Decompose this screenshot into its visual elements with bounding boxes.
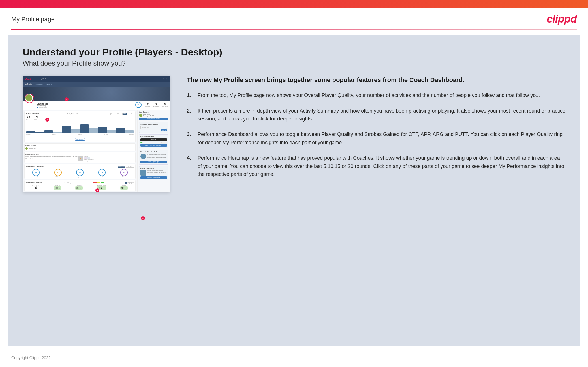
mockup-tab-profile[interactable]: My Profile [25,83,32,85]
mockup-trackman-section: Upload a Trackman Test Trackman Link Add… [139,122,168,133]
mockup-activities-stat: 131 Activities [145,103,150,107]
badge-4: 4 [141,216,145,220]
manage-coaches-btn[interactable]: Manage Your Coaches [139,118,168,120]
ring-putt: 96 Putting [120,169,128,178]
highlight-text: The new My Profile screen brings togethe… [187,76,565,85]
mockup-tab-connections[interactable]: Connections [35,83,43,85]
coach-info: Dan Davies Barnehgate Golf Club [143,114,155,117]
list-item-1: From the top, My Profile page now shows … [187,91,565,100]
mockup-tabs: My Profile Connections Settings [23,82,170,87]
ring-arg: 86 Around Green [98,169,106,178]
bar-1 [26,131,35,133]
bar-6 [71,129,80,133]
bar-9 [98,127,107,133]
badge-1: 1 [65,97,69,101]
heatmap-overall: Player Quality 92 [32,185,39,189]
mockup-nav-performance: My Performance [40,78,52,80]
coach-item: Dan Davies Barnehgate Golf Club [139,114,168,117]
badge-2: 2 [45,118,49,122]
main-content: Understand your Profile (Players - Deskt… [8,35,580,346]
feature-list: From the top, My Profile page now shows … [187,91,565,178]
mockup-banner [23,87,170,101]
perf-rings-row: 92 Overall 90 Off the Tee 85 [26,169,134,178]
ring-overall: 92 Overall [32,169,40,178]
heatmap-putt: Putting 96 ↑ ↓ [120,185,128,190]
mockup-perf-heatmap: Performance Heatmap 5 Round Change: 5 [24,180,136,191]
mockup-community-section: Clippd Community Visit the Clippd Commun… [139,166,168,180]
trackman-add-btn[interactable]: Add Link [161,129,167,131]
connected-indicator [140,142,142,143]
drill-image [140,154,146,159]
screenshot-column: clippd Home My Performance ⚙ ○ ⊕ My Prof… [23,76,170,192]
list-item-2: It then presents a more in-depth view of… [187,107,565,123]
on-course-stat: 24 On Course [26,116,31,120]
mockup-following-stat: 5 Following [162,103,168,107]
heatmap-rounds-toggle[interactable]: 5 10 15 20 [125,182,134,184]
mockup-course-stats: 24 On Course 3 Off Course [26,116,134,120]
launch-capture-btn[interactable]: Launch Capture App ↗ [140,161,167,163]
mockup-latest-activity: Latest Activity Blair McHarg [24,143,136,151]
bar-2 [35,132,44,133]
mockup-connect-section: Connect your data Arccos Arccos Disconne… [139,134,168,148]
bar-7 [80,124,89,133]
two-col-layout: clippd Home My Performance ⚙ ○ ⊕ My Prof… [23,76,565,192]
mockup-main-col: Activity Summary Monthly Activity - 6 Mo… [23,110,137,192]
badge-3: 3 [95,188,99,192]
page-title: My Profile page [11,16,55,23]
heatmap-data-row: Player Quality 92 Off the Tee 90 ↑ ↓ App… [26,185,134,190]
mockup-activity-header: Activity Summary Monthly Activity - 6 Mo… [26,113,134,115]
mockup-activity-section: Activity Summary Monthly Activity - 6 Mo… [24,111,136,142]
arccos-status-row: Arccos Disconnect [140,142,167,144]
list-item-4: Performance Heatmap is a new feature tha… [187,154,565,178]
header-divider [11,29,577,30]
mockup-stats-row: 92 131 Activities 3 Followers [135,102,168,108]
mockup-sidebar: Your Coaches Dan Davies Barnehgate Golf … [137,110,170,192]
bar-10 [107,130,116,133]
mockup-profile-row: Blair McHarg Plus Handicap 🏴󠁧󠁢󠁳󠁣󠁴󠁿 Unite… [23,101,170,110]
mockup-perf-dashboard: Performance Dashboard Player Quality Str… [24,164,136,179]
community-content: Visit the Clippd Community and discover … [140,170,167,176]
perf-dashboard-header: Performance Dashboard Player Quality Str… [26,165,134,168]
activity-item-1: Blair McHarg [25,147,134,150]
heatmap-app: Approach 85 ↑ ↓ [75,185,83,190]
bar-12 [125,130,134,133]
mockup-quality-ring: 92 [135,102,142,108]
app-screenshot: clippd Home My Performance ⚙ ○ ⊕ My Prof… [23,76,170,192]
bar-5 [62,126,71,133]
mockup-nav-home: Home [33,78,38,80]
mockup-banner-image [23,87,170,101]
bar-8 [89,128,98,133]
top-bar [0,0,588,8]
heatmap-ott: Off the Tee 90 ↑ ↓ [54,185,61,190]
launch-community-btn[interactable]: Launch Community ↗ [140,176,167,179]
main-subheading: What does your Profile show you? [23,59,565,67]
list-item-3: Performance Dashboard allows you to togg… [187,130,565,147]
header: My Profile page clippd [0,8,588,29]
avatar-ring [25,94,34,103]
disconnect-btn[interactable]: Disconnect [160,142,167,144]
mockup-logo: clippd [25,78,31,80]
ring-ott: 90 Off the Tee [54,169,62,178]
mockup-bar-chart [26,122,134,133]
all-activities-btn[interactable]: All Activities [26,136,134,141]
mockup-drill-section: Record a Practice Drill Be part of the C… [139,150,168,165]
manage-integrations-btn[interactable]: Manage Your Data Integrations [140,144,167,147]
mockup-location: 🏴󠁧󠁢󠁳󠁣󠁴󠁿 United Kingdom [37,107,133,108]
mockup-navbar: clippd Home My Performance ⚙ ○ ⊕ [23,76,170,82]
mockup-followers-stat: 3 Followers [153,103,159,107]
mockup-coaches-section: Your Coaches Dan Davies Barnehgate Golf … [139,111,168,120]
perf-toggle[interactable]: Player Quality Strokes Gained [118,166,134,168]
copyright-text: Copyright Clippd 2022 [11,355,51,360]
heatmap-header: Performance Heatmap 5 Round Change: 5 [26,182,134,184]
chart-labels: Jan 2021Mar 2021May 2021Jun 2021Aug 2021 [26,134,134,135]
community-image [140,170,146,176]
mockup-player-name: Blair McHarg [37,103,133,105]
mockup-tab-settings[interactable]: Settings [46,83,52,85]
drill-content: Be part of the Clippd community drills a… [140,154,167,160]
main-heading: Understand your Profile (Players - Deskt… [23,47,565,58]
bar-3 [44,130,53,133]
mockup-lesson: Lesson with Fordy Nothing to feel like m… [24,152,136,163]
screenshot-mockup: clippd Home My Performance ⚙ ○ ⊕ My Prof… [23,76,170,192]
logo: clippd [547,13,577,25]
arccos-logo: Arccos [140,138,167,141]
